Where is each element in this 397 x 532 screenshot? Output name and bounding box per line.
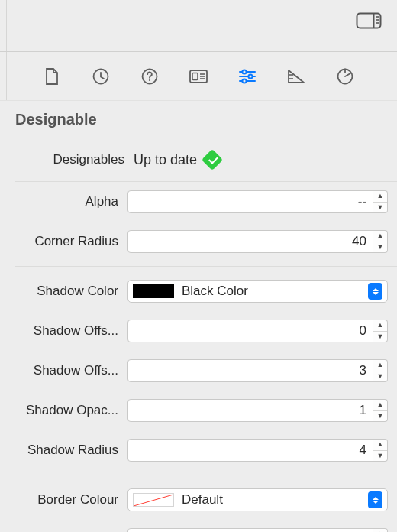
shadow-radius-stepper[interactable]: ▲▼ [373,439,388,462]
alpha-label: Alpha [9,194,127,209]
shadow-opacity-label: Shadow Opac... [9,403,127,418]
border-colour-popup[interactable]: Default [127,488,388,511]
shadow-offset-y-field[interactable] [127,359,373,382]
designables-status-value: Up to date [134,152,197,168]
divider [6,52,7,100]
attributes-inspector-tab[interactable] [234,63,261,90]
shadow-offset-y-label: Shadow Offs... [9,363,127,378]
color-swatch-icon [133,284,174,298]
shadow-offset-x-row: Shadow Offs... ▲▼ [0,311,397,351]
status-ok-icon [202,149,223,170]
corner-radius-stepper[interactable]: ▲▼ [373,230,388,253]
svg-point-17 [248,74,252,78]
shadow-opacity-field[interactable] [127,399,373,422]
title-bar-area [0,0,397,52]
alpha-field[interactable] [127,190,373,213]
color-swatch-none-icon [133,493,174,507]
shadow-opacity-row: Shadow Opac... ▲▼ [0,391,397,430]
shadow-offset-x-label: Shadow Offs... [9,323,127,339]
shadow-offset-y-row: Shadow Offs... ▲▼ [0,351,397,391]
shadow-offset-x-stepper[interactable]: ▲▼ [373,320,388,342]
svg-point-18 [242,79,246,83]
corner-radius-row: Corner Radius ▲▼ [0,222,397,261]
svg-point-16 [242,70,246,73]
inspector-tab-bar [0,52,397,101]
divider [15,475,397,475]
shadow-radius-field[interactable] [127,439,373,462]
shadow-opacity-stepper[interactable]: ▲▼ [373,399,388,422]
designables-label: Designables [15,152,134,167]
border-width-stepper[interactable]: ▲▼ [373,528,388,532]
toggle-right-panel-button[interactable] [354,11,383,31]
connections-inspector-tab[interactable] [331,63,359,90]
divider [6,0,7,51]
shadow-radius-row: Shadow Radius ▲▼ [0,430,397,470]
corner-radius-field[interactable] [127,230,373,253]
history-inspector-tab[interactable] [87,63,115,90]
border-width-field[interactable] [127,528,373,532]
size-inspector-tab[interactable] [282,63,310,90]
shadow-color-value: Black Color [182,284,368,299]
alpha-row: Alpha ▲▼ [0,182,397,222]
shadow-color-row: Shadow Color Black Color [0,271,397,311]
file-inspector-tab[interactable] [38,63,66,90]
svg-point-7 [149,79,150,80]
shadow-color-label: Shadow Color [9,284,127,299]
border-width-row: Border Width ▲▼ [0,520,397,532]
shadow-color-popup[interactable]: Black Color [127,280,388,303]
identity-inspector-tab[interactable] [185,63,212,90]
designable-section: Designable Designables Up to date Alpha … [0,101,397,532]
chevron-updown-icon [368,283,382,300]
corner-radius-label: Corner Radius [9,234,127,249]
divider [15,266,397,267]
border-colour-label: Border Colour [9,492,127,508]
help-inspector-tab[interactable] [136,63,163,90]
svg-rect-0 [357,14,381,28]
svg-rect-9 [192,73,198,79]
shadow-radius-label: Shadow Radius [9,443,127,458]
border-colour-row: Border Colour Default [0,480,397,520]
section-header: Designable [0,101,397,138]
border-colour-value: Default [182,492,368,508]
alpha-stepper[interactable]: ▲▼ [373,190,388,213]
shadow-offset-x-field[interactable] [127,320,373,342]
designables-status-row: Designables Up to date [0,138,397,181]
chevron-updown-icon [368,491,382,508]
shadow-offset-y-stepper[interactable]: ▲▼ [373,359,388,382]
